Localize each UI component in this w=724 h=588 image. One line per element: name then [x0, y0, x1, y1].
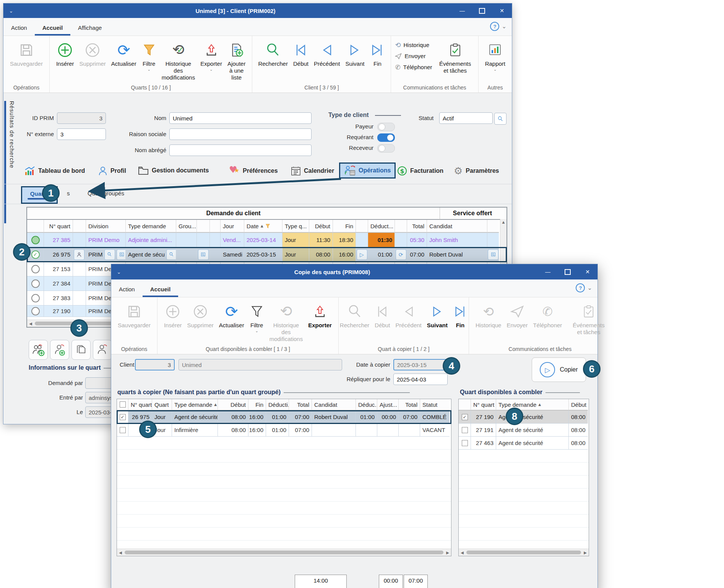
- assign-candidate-button[interactable]: [50, 340, 69, 360]
- export-button[interactable]: Exporter: [305, 300, 334, 330]
- col-debut[interactable]: Début: [218, 399, 248, 411]
- externe-field[interactable]: [57, 128, 106, 140]
- dispo-row[interactable]: 27 191 Agent de sécurité 08:00: [459, 424, 589, 437]
- quick-access-icon[interactable]: ⌄: [3, 8, 19, 14]
- row-checkbox-checked[interactable]: ✓: [120, 414, 126, 420]
- save-button[interactable]: Sauvegarder: [115, 300, 153, 330]
- subtab-hidden-fragment[interactable]: s: [67, 190, 70, 197]
- historique-button[interactable]: ⟲ Historique: [395, 40, 432, 50]
- copy-row-selected[interactable]: ✓ 26 975 Jour Agent de sécurité 08:00 16…: [117, 411, 451, 424]
- events-button[interactable]: Événements et tâches: [570, 300, 607, 336]
- type-search-button[interactable]: [166, 249, 176, 260]
- menu-accueil[interactable]: Accueil: [35, 21, 70, 36]
- col-deduc[interactable]: Déduc...: [356, 399, 377, 411]
- minimize-button[interactable]: —: [538, 264, 558, 279]
- delete-button[interactable]: Supprimer: [185, 300, 216, 330]
- table-row[interactable]: 27 385 PRIM Demo Adjointe admini... Vend…: [27, 233, 506, 247]
- tab-profil[interactable]: Profil: [98, 166, 126, 176]
- help-icon[interactable]: ?: [490, 22, 499, 31]
- save-button[interactable]: Sauvegarder: [7, 39, 45, 68]
- refresh-button[interactable]: ⟳ Actualiser: [216, 300, 247, 330]
- filter-button[interactable]: Filtre ⌄: [139, 39, 159, 73]
- copy-hscrollbar[interactable]: ◀ ▶: [117, 549, 451, 556]
- col-fin[interactable]: Fin: [248, 399, 266, 411]
- help-icon[interactable]: ?: [576, 283, 585, 292]
- nom-field[interactable]: [169, 112, 312, 124]
- copy-quarts-button[interactable]: [71, 340, 91, 360]
- rapport-button[interactable]: Rapport ⌄: [482, 39, 508, 73]
- col-ajust[interactable]: Ajust...: [377, 399, 399, 411]
- col-type[interactable]: Type demande▲: [172, 399, 218, 411]
- filter-button[interactable]: Filtre ⌄: [247, 300, 267, 334]
- group-lookup-button[interactable]: [198, 249, 209, 260]
- scroll-up-icon[interactable]: ▲: [500, 219, 506, 224]
- play-button[interactable]: ▷: [357, 249, 367, 260]
- tab-parametres[interactable]: ⚙ Paramètres: [454, 166, 499, 176]
- col-jour[interactable]: Jour: [221, 220, 244, 233]
- col-deducti[interactable]: Déducti...: [266, 399, 289, 411]
- col-deduct[interactable]: Déduct...: [368, 220, 395, 233]
- select-all-checkbox[interactable]: [120, 401, 126, 408]
- historique-button[interactable]: ⟲ Historique: [473, 300, 504, 330]
- prev-button[interactable]: Précédent: [393, 300, 424, 330]
- maximize-button[interactable]: [472, 3, 492, 18]
- delete-button[interactable]: Supprimer: [77, 39, 109, 68]
- col-fin[interactable]: Fin: [333, 220, 356, 233]
- menu-action[interactable]: Action: [111, 282, 143, 297]
- scroll-left-icon[interactable]: ◀: [117, 551, 124, 555]
- candidat-lookup-button[interactable]: [488, 249, 498, 260]
- export-button[interactable]: Exporter ⌄: [198, 39, 225, 73]
- next-button[interactable]: Suivant: [343, 39, 367, 68]
- tab-preferences[interactable]: ♥ ★ Préférences: [229, 166, 278, 176]
- menu-affichage[interactable]: Affichage: [70, 21, 109, 36]
- row-checkbox[interactable]: [462, 440, 468, 446]
- abrege-field[interactable]: [169, 145, 312, 156]
- first-button[interactable]: Début: [291, 39, 311, 68]
- events-button[interactable]: Événements et tâches: [436, 39, 474, 75]
- assign-candidates-button[interactable]: [29, 340, 48, 360]
- search-button[interactable]: Rechercher: [337, 300, 372, 330]
- col-total2[interactable]: Total: [399, 399, 420, 411]
- payeur-toggle[interactable]: [377, 123, 395, 131]
- insert-button[interactable]: Insérer: [54, 39, 77, 68]
- statut-search-button[interactable]: [494, 113, 506, 125]
- col-statut[interactable]: Statut: [420, 399, 450, 411]
- dispo-hscrollbar[interactable]: ◀ ▶: [459, 549, 589, 556]
- col-type[interactable]: Type demande: [126, 220, 176, 233]
- menu-accueil[interactable]: Accueil: [143, 282, 178, 297]
- col-type[interactable]: Type demande▲: [496, 399, 569, 411]
- receveur-toggle[interactable]: [377, 144, 395, 153]
- row-checkbox[interactable]: [120, 427, 126, 433]
- col-division[interactable]: Division: [86, 220, 126, 233]
- close-button[interactable]: ✕: [578, 264, 597, 279]
- col-num[interactable]: N° quart: [44, 220, 73, 233]
- scroll-left-icon[interactable]: ◀: [27, 322, 34, 326]
- candidate-person-button[interactable]: [74, 249, 84, 260]
- envoyer-button[interactable]: Envoyer: [395, 51, 432, 61]
- scroll-left-icon[interactable]: ◀: [459, 551, 466, 555]
- tab-facturation[interactable]: $ Facturation: [397, 166, 443, 176]
- insert-button[interactable]: Insérer: [161, 300, 185, 330]
- row-checkbox-checked[interactable]: ✓: [462, 414, 468, 420]
- refresh-button[interactable]: ⟳ Actualiser: [109, 39, 139, 68]
- copier-button[interactable]: ▷ Copier: [532, 357, 586, 382]
- person-action-button[interactable]: [93, 340, 112, 360]
- dispo-row[interactable]: 27 463 Agent de sécurité 08:00: [459, 437, 589, 450]
- subtab-quart-groupes[interactable]: Quart groupés: [88, 190, 124, 197]
- add-to-list-button[interactable]: Ajouter à une liste: [225, 39, 248, 82]
- ribbon-collapse-icon[interactable]: ⌄: [502, 23, 506, 30]
- col-num[interactable]: N° quart: [128, 399, 152, 411]
- minimize-button[interactable]: —: [452, 3, 472, 18]
- col-quart[interactable]: Quart: [152, 399, 172, 411]
- telephoner-button[interactable]: ✆ Téléphoner: [530, 300, 565, 330]
- history-modifications-button[interactable]: ⟲ ✓ Historique des modifications: [159, 39, 198, 82]
- table-row-selected[interactable]: ✓ 26 975 PRIM Agent de sécu Samedi 2025-…: [27, 247, 506, 262]
- division-search-button[interactable]: [104, 249, 115, 260]
- last-button[interactable]: Fin: [450, 300, 470, 330]
- col-debut[interactable]: Début: [569, 399, 588, 411]
- search-button[interactable]: Rechercher: [255, 39, 291, 68]
- tab-dashboard[interactable]: Tableau de bord: [24, 166, 85, 176]
- dispo-row-selected[interactable]: ✓ 27 190 Agent de sécurité 08:00: [459, 411, 589, 424]
- next-button[interactable]: Suivant: [424, 300, 450, 330]
- division-lookup-button[interactable]: [117, 249, 126, 260]
